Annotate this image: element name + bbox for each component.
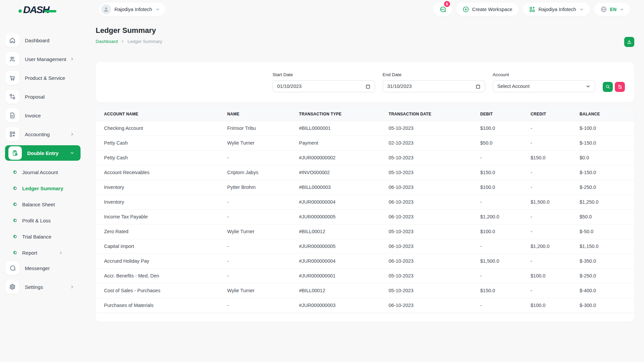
- sidebar-item-dashboard[interactable]: Dashboard: [0, 33, 81, 48]
- bullet-icon: [13, 235, 17, 238]
- sidebar-subitem-profit-loss[interactable]: Profit & Loss: [0, 212, 81, 228]
- table-cell: -: [522, 283, 571, 298]
- start-date-value: 01/10/2023: [277, 84, 302, 89]
- table-cell: 06-10-2023: [380, 254, 472, 268]
- clipboard-clock-icon: [8, 146, 22, 160]
- avatar: [101, 4, 111, 14]
- table-cell: Checking Account: [96, 121, 219, 136]
- table-cell: Frimsor Tribu: [219, 121, 291, 136]
- sidebar-subitem-label: Profit & Loss: [22, 218, 81, 223]
- table-cell: $100.0: [472, 224, 522, 239]
- sidebar-subitem-balance-sheet[interactable]: Balance Sheet: [0, 196, 81, 212]
- table-row: Checking AccountFrimsor Tribu#BILL000000…: [96, 121, 634, 136]
- table-cell: $50.0: [571, 209, 634, 224]
- table-cell: $100.0: [522, 268, 571, 283]
- grid-plus-icon: [5, 127, 19, 141]
- table-cell: 05-10-2023: [380, 268, 472, 283]
- table-cell: Petty Cash: [96, 136, 219, 150]
- table-cell: $-250.0: [571, 180, 634, 195]
- table-cell: 06-10-2023: [380, 298, 472, 313]
- bullet-icon: [13, 203, 17, 206]
- language-selector[interactable]: EN: [594, 3, 630, 16]
- table-column-header: NAME: [219, 107, 291, 121]
- end-date-input[interactable]: 31/10/2023: [383, 80, 485, 92]
- table-cell: -: [522, 254, 571, 268]
- sidebar-item-user-management[interactable]: User Management: [0, 51, 81, 67]
- sidebar-subitem-journal-account[interactable]: Journal Account: [0, 164, 81, 180]
- sidebar-item-double-entry[interactable]: Double Entry: [5, 145, 81, 161]
- sidebar-item-accounting[interactable]: Accounting: [0, 126, 81, 142]
- table-column-header: CREDIT: [522, 107, 571, 121]
- start-date-input[interactable]: 01/10/2023: [273, 80, 375, 92]
- sidebar-item-label: Dashboard: [25, 38, 75, 43]
- app-logo[interactable]: DASH: [18, 5, 56, 15]
- company-dropdown[interactable]: Rajodiya Infotech: [523, 3, 590, 16]
- breadcrumb-dashboard-link[interactable]: Dashboard: [96, 39, 118, 44]
- table-cell: $-150.0: [571, 136, 634, 150]
- end-date-field: End Date 31/10/2023: [383, 72, 485, 92]
- users-icon: [5, 52, 19, 66]
- sidebar-subitem-label: Trial Balance: [22, 234, 81, 240]
- table-cell: #BILL0000003: [291, 180, 380, 195]
- chevron-down-icon: [70, 151, 75, 155]
- table-cell: $150.0: [472, 283, 522, 298]
- table-row: Cost of Sales - PurchasesWylie Turner#BI…: [96, 283, 634, 298]
- sidebar-subitem-ledger-summary[interactable]: Ledger Summary: [0, 180, 81, 196]
- sidebar-subitem-report[interactable]: Report: [0, 245, 81, 261]
- table-cell: Wylie Turner: [219, 283, 291, 298]
- reset-filter-button[interactable]: [615, 82, 625, 92]
- table-column-header: TRANSACTION DATE: [380, 107, 472, 121]
- sidebar-subitem-label: Ledger Summary: [22, 186, 81, 191]
- create-workspace-label: Create Workspace: [472, 7, 512, 12]
- bullet-icon: [13, 251, 17, 254]
- create-workspace-button[interactable]: Create Workspace: [456, 3, 518, 16]
- table-row: InventoryPytter Brohm#BILL000000306-10-2…: [96, 180, 634, 195]
- download-button[interactable]: [624, 37, 634, 47]
- workspace-selector[interactable]: Rajodiya Infotech: [99, 3, 165, 16]
- table-cell: 02-10-2023: [380, 136, 472, 150]
- table-cell: Capital import: [96, 239, 219, 254]
- breadcrumb-current: Ledger Summary: [128, 39, 162, 44]
- table-cell: Pytter Brohm: [219, 180, 291, 195]
- table-cell: $1,500.0: [522, 195, 571, 209]
- sidebar-item-proposal[interactable]: Proposal: [0, 89, 81, 104]
- table-cell: $-250.0: [571, 268, 634, 283]
- person-icon: [103, 6, 109, 12]
- end-date-label: End Date: [383, 72, 485, 77]
- sidebar-item-label: User Management: [25, 56, 70, 62]
- table-cell: Wylie Turner: [219, 136, 291, 150]
- table-cell: 06-10-2023: [380, 239, 472, 254]
- sidebar-item-product-service[interactable]: Product & Service: [0, 70, 81, 86]
- account-select[interactable]: Select Account: [493, 80, 595, 92]
- chevron-right-icon: [70, 285, 75, 289]
- table-cell: Payment: [291, 136, 380, 150]
- ledger-table-card: ACCOUNT NAMENAMETRANSACTION TYPETRANSACT…: [96, 107, 634, 322]
- messenger-button[interactable]: 0: [433, 3, 452, 16]
- sidebar-item-invoice[interactable]: Invoice: [0, 108, 81, 123]
- search-button[interactable]: [603, 82, 613, 92]
- sidebar-subitem-trial-balance[interactable]: Trial Balance: [0, 228, 81, 245]
- sidebar-item-label: Proposal: [25, 94, 75, 100]
- globe-icon: [600, 6, 607, 13]
- table-column-header: BALANCE: [571, 107, 634, 121]
- table-cell: -: [522, 121, 571, 136]
- sidebar-item-messenger[interactable]: Messenger: [0, 260, 81, 276]
- bullet-icon: [13, 219, 17, 222]
- table-header-row: ACCOUNT NAMENAMETRANSACTION TYPETRANSACT…: [96, 107, 634, 121]
- chat-icon: [439, 6, 446, 13]
- table-cell: $-400.0: [571, 283, 634, 298]
- table-cell: Criptom Jabys: [219, 165, 291, 180]
- table-cell: 05-10-2023: [380, 165, 472, 180]
- sidebar-item-settings[interactable]: Settings: [0, 279, 81, 295]
- table-row: Zero RatedWylie Turner#BILL0001205-10-20…: [96, 224, 634, 239]
- table-row: Capital import-#JUR00000000506-10-2023-$…: [96, 239, 634, 254]
- main-content: Ledger Summary Dashboard Ledger Summary …: [81, 19, 644, 362]
- table-row: Accrued Holiday Pay-#JUR00000000406-10-2…: [96, 254, 634, 268]
- table-cell: $100.0: [472, 180, 522, 195]
- account-selected-value: Select Account: [497, 84, 530, 89]
- sidebar-item-label: Messenger: [25, 265, 75, 271]
- table-cell: 05-10-2023: [380, 283, 472, 298]
- table-cell: $1,250.0: [571, 195, 634, 209]
- table-cell: 06-10-2023: [380, 209, 472, 224]
- table-cell: #JUR000000005: [291, 239, 380, 254]
